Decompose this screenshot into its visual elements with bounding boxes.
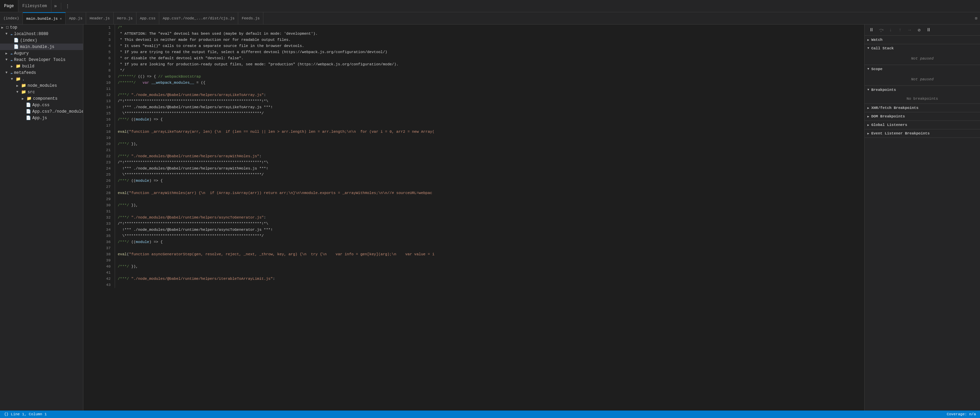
svg-marker-0 [883, 29, 883, 31]
code-line-31: 31 [83, 208, 864, 214]
cloud-icon: ☁ [10, 70, 13, 75]
pause-button[interactable]: ⏸ [867, 26, 875, 34]
code-line-16: 16 /***/ ((module) => { [83, 116, 864, 123]
sidebar-item-augury[interactable]: ▶ ☁ Augury [0, 50, 83, 56]
right-panel: ⏸ ↓ ↑ → ⊘ ⏸ ▶ Watch ▼ [864, 24, 980, 410]
code-line-13: 13 /*!**********************************… [83, 98, 864, 104]
status-position: {} Line 1, Column 1 [4, 412, 47, 416]
code-line-42: 42 /***/ "./node_modules/@babel/runtime/… [83, 276, 864, 282]
scope-content: Not paused [865, 73, 980, 85]
file-tab-app-js[interactable]: App.js [66, 12, 86, 24]
file-tab-header-js[interactable]: Header.js [86, 12, 113, 24]
arrow-icon: ▶ [16, 84, 21, 88]
call-stack-section: ▼ Call Stack Not paused [865, 44, 980, 65]
sidebar-item-app-css-node[interactable]: 📄 App.css?./node_modules/ [0, 108, 83, 115]
event-listener-breakpoints-section: ▶ Event Listener Breakpoints [865, 129, 980, 138]
deactivate-button[interactable]: ⊘ [915, 26, 923, 34]
close-main-bundle-icon[interactable]: ✕ [60, 17, 62, 21]
sidebar-item-top[interactable]: ▶ □ top [0, 24, 83, 30]
tab-page[interactable]: Page [0, 0, 18, 12]
scope-section-header[interactable]: ▼ Scope [865, 65, 980, 73]
cloud-icon: ☁ [10, 31, 13, 37]
file-tab-feeds-js[interactable]: Feeds.js [238, 12, 263, 24]
code-line-17: 17 [83, 123, 864, 129]
code-line-9: 9 /******/ (() => { // webpackBootstrap [83, 73, 864, 80]
code-line-6: 6 * or disable the default devtool with … [83, 55, 864, 61]
arrow-icon: ▼ [5, 32, 10, 36]
xhr-arrow-icon: ▶ [867, 106, 869, 110]
sidebar-item-app-js[interactable]: 📄 App.js [0, 115, 83, 121]
arrow-icon: ▼ [5, 58, 10, 62]
code-line-11: 11 [83, 86, 864, 92]
sidebar-item-build[interactable]: ▶ 📁 build [0, 63, 83, 69]
arrow-icon: ▼ [5, 71, 10, 75]
code-line-7: 7 * If you are looking for production-re… [83, 61, 864, 67]
code-line-29: 29 [83, 196, 864, 202]
devtools-menu[interactable]: ⋮ [63, 3, 73, 9]
call-stack-section-header[interactable]: ▼ Call Stack [865, 44, 980, 53]
code-line-27: 27 [83, 184, 864, 190]
status-left: {} Line 1, Column 1 [4, 412, 47, 416]
sidebar-item-node-modules[interactable]: ▶ 📁 node_modules [0, 82, 83, 89]
code-line-28: 28 eval("function _arrayWithHoles(arr) {… [83, 190, 864, 196]
arrow-icon: ▶ [5, 51, 10, 56]
step-over-button[interactable] [877, 26, 885, 34]
event-listener-breakpoints-section-header[interactable]: ▶ Event Listener Breakpoints [865, 129, 980, 137]
more-tabs-button[interactable]: » [51, 3, 60, 9]
sidebar-item-metafeeds[interactable]: ▼ ☁ metafeeds [0, 69, 83, 76]
tab-filesystem[interactable]: Filesystem [18, 0, 51, 12]
separator [61, 3, 61, 10]
scope-arrow-icon: ▼ [867, 67, 869, 71]
call-stack-arrow-icon: ▼ [867, 46, 869, 50]
sidebar-item-dot[interactable]: ▼ 📁 . [0, 76, 83, 82]
global-listeners-section-header[interactable]: ▶ Global Listeners [865, 121, 980, 129]
global-listeners-section: ▶ Global Listeners [865, 121, 980, 129]
code-line-14: 14 !*** ./node_modules/@babel/runtime/he… [83, 104, 864, 110]
xhr-breakpoints-section-header[interactable]: ▶ XHR/fetch Breakpoints [865, 104, 980, 112]
code-line-30: 30 /***/ }), [83, 202, 864, 208]
code-line-32: 32 /***/ "./node_modules/@babel/runtime/… [83, 214, 864, 220]
debugger-toolbar: ⏸ ↓ ↑ → ⊘ ⏸ [865, 24, 980, 36]
step-out-button[interactable]: ↑ [896, 26, 904, 34]
global-listeners-arrow-icon: ▶ [867, 123, 869, 127]
pause-exceptions-button[interactable]: ⏸ [924, 26, 933, 34]
file-tab-hero-js[interactable]: Hero.js [114, 12, 137, 24]
dom-breakpoints-section-header[interactable]: ▶ DOM Breakpoints [865, 112, 980, 121]
arrow-icon: ▼ [16, 90, 21, 94]
code-editor[interactable]: 1 /* 2 * ATTENTION: The "eval" devtool h… [83, 24, 864, 410]
file-tab-index[interactable]: (index) [0, 12, 23, 24]
code-line-43: 43 [83, 282, 864, 288]
sidebar-item-app-css[interactable]: 📄 App.css [0, 102, 83, 108]
code-line-19: 19 [83, 135, 864, 141]
step-into-button[interactable]: ↓ [886, 26, 894, 34]
arrow-icon: ▶ [2, 26, 6, 30]
sidebar-item-components[interactable]: ▶ 📁 components [0, 95, 83, 102]
code-content: 1 /* 2 * ATTENTION: The "eval" devtool h… [83, 24, 864, 288]
top-bar: Page Filesystem » ⋮ [0, 0, 980, 12]
file-tab-app-css[interactable]: App.css [137, 12, 159, 24]
event-listener-arrow-icon: ▶ [867, 132, 869, 136]
sidebar-item-main-bundle[interactable]: 📄 main.bundle.js [0, 43, 83, 50]
breakpoints-arrow-icon: ▼ [867, 88, 869, 92]
top-bar-tabs: Page Filesystem » [0, 0, 60, 12]
sidebar-item-src[interactable]: ▼ 📁 src [0, 89, 83, 95]
file-tab-main-bundle[interactable]: main.bundle.js ✕ [23, 12, 65, 24]
cloud-icon: ☁ [10, 51, 13, 56]
sidebar-item-react-devtools[interactable]: ▼ ☁ React Developer Tools [0, 56, 83, 63]
code-line-35: 35 \************************************… [83, 233, 864, 239]
file-tab-app-css-node[interactable]: App.css?./node_...er/dist/cjs.js [159, 12, 238, 24]
watch-section-header[interactable]: ▶ Watch [865, 36, 980, 44]
step-button[interactable]: → [905, 26, 914, 34]
sidebar-item-index[interactable]: 📄 (index) [0, 37, 83, 43]
code-line-41: 41 [83, 270, 864, 276]
file-tree-sidebar: ▶ □ top ▼ ☁ localhost:8080 📄 (index) 📄 m… [0, 24, 83, 410]
cloud-icon: ☁ [10, 57, 13, 62]
code-line-40: 40 /***/ }), [83, 263, 864, 270]
status-bar: {} Line 1, Column 1 Coverage: n/a [0, 410, 980, 418]
code-line-1: 1 /* [83, 24, 864, 30]
sidebar-item-localhost[interactable]: ▼ ☁ localhost:8080 [0, 30, 83, 37]
expand-tabs-icon[interactable]: ⊡ [972, 16, 980, 21]
breakpoints-section-header[interactable]: ▼ Breakpoints [865, 86, 980, 94]
code-line-38: 38 eval("function asyncGeneratorStep(gen… [83, 251, 864, 257]
file-icon: 📄 [26, 109, 31, 114]
